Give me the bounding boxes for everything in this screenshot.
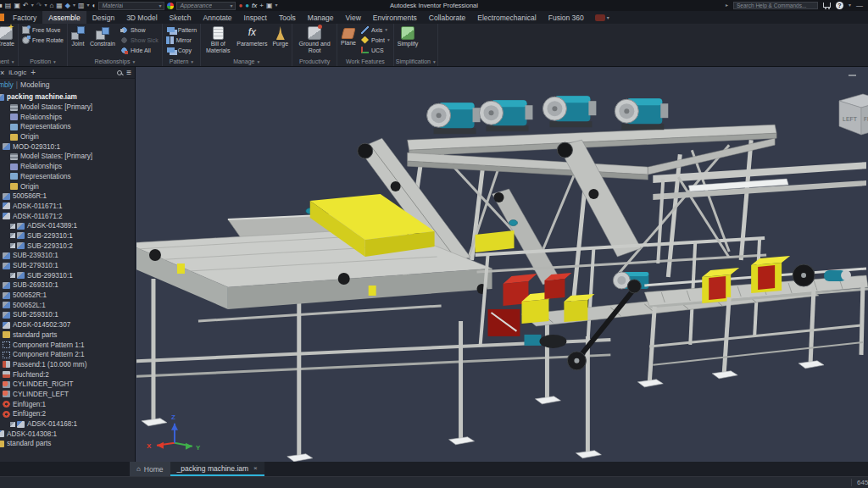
tree-item[interactable]: Component Pattern 2:1 <box>0 350 135 360</box>
app-icon[interactable] <box>0 2 3 9</box>
tree-item[interactable]: ADSK-014389:1 <box>0 221 135 231</box>
ribbon-tab[interactable]: Collaborate <box>423 11 471 24</box>
component-settings-icon[interactable] <box>92 2 97 9</box>
tree-item[interactable]: Passend:1 (10.000 mm) <box>0 360 135 370</box>
mirror-button[interactable]: Mirror <box>164 35 199 45</box>
tree-item[interactable]: Einfügen:1 <box>0 399 135 409</box>
axis-button[interactable]: Axis ▾ <box>359 25 392 35</box>
parameter-table-icon[interactable] <box>78 2 85 9</box>
ribbon-tab[interactable]: View <box>340 11 367 24</box>
tree-item[interactable]: SUB-279310:1 <box>0 261 135 271</box>
hide-all-button[interactable]: Hide All <box>119 45 160 55</box>
ribbon-tab[interactable]: Assemble <box>42 11 86 24</box>
group-label-pattern[interactable]: Pattern▾ <box>164 57 199 66</box>
ribbon-tab[interactable]: 3D Model <box>120 11 163 24</box>
group-label-manage[interactable]: Manage▾ <box>203 57 290 66</box>
menu-icon[interactable]: ≡ <box>126 68 131 77</box>
free-rotate-button[interactable]: Free Rotate <box>20 35 65 45</box>
ribbon-tab[interactable]: Factory <box>7 11 42 24</box>
tree-item[interactable]: CYLINDER_LEFT <box>0 390 135 400</box>
constrain-button[interactable]: Constrain <box>88 25 117 47</box>
group-label-component[interactable]: Component▾ <box>0 57 16 66</box>
adjust-teal-icon[interactable] <box>245 2 249 9</box>
create-button[interactable]: Create <box>0 25 16 47</box>
plane-button[interactable]: Plane <box>339 25 358 47</box>
tree-item[interactable]: SUB-259310:1 <box>0 310 135 320</box>
free-move-button[interactable]: Free Move <box>20 25 65 35</box>
plus-icon[interactable] <box>259 2 264 9</box>
minimize-icon[interactable] <box>856 2 863 9</box>
tree-item[interactable]: Einfügen:2 <box>0 409 135 419</box>
tree-item[interactable]: SUB-299310:1 <box>0 270 135 280</box>
group-label-position[interactable]: Position▾ <box>20 57 65 66</box>
search-icon[interactable] <box>117 70 122 75</box>
tree-item[interactable]: ADSK-011671:1 <box>0 202 135 212</box>
screencast-button[interactable]: ▾ <box>595 11 609 24</box>
tree-item[interactable]: standard parts <box>0 330 135 341</box>
material-select[interactable]: Material ▾ <box>98 2 164 10</box>
pane-tab-label[interactable]: iLogic <box>8 69 26 76</box>
view-cube[interactable]: LEFT FRONT <box>834 89 868 143</box>
tree-item[interactable]: 500586R:1 <box>0 191 135 202</box>
add-pane-icon[interactable]: + <box>31 68 36 77</box>
joint-button[interactable]: Joint <box>70 25 86 47</box>
copy-button[interactable]: Copy <box>164 45 199 55</box>
open-icon[interactable] <box>5 2 12 9</box>
save-icon[interactable] <box>14 2 20 9</box>
ground-root-button[interactable]: Ground and Root <box>294 25 335 53</box>
mode-modeling-link[interactable]: Modeling <box>20 80 50 89</box>
tree-item[interactable]: Origin <box>0 132 135 142</box>
sketch-view-icon[interactable] <box>56 2 63 9</box>
tree-item[interactable]: Relationships <box>0 162 135 172</box>
adjust-red-icon[interactable] <box>238 2 242 9</box>
tree-item[interactable]: Component Pattern 1:1 <box>0 340 135 350</box>
home-tab[interactable]: ⌂ Home <box>130 462 170 476</box>
tree-item[interactable]: MOD-029310:1 <box>0 141 135 152</box>
tree-item[interactable]: SUB-269310:1 <box>0 280 135 291</box>
tree-item[interactable]: ADSK-011671:2 <box>0 211 135 221</box>
tree-item[interactable]: CYLINDER_RIGHT <box>0 380 135 390</box>
group-label-simplification[interactable]: Simplification▾ <box>396 57 436 66</box>
ribbon-tab[interactable]: Tools <box>273 11 302 24</box>
point-button[interactable]: Point ▾ <box>359 35 392 45</box>
qat-caret-icon[interactable] <box>275 2 278 9</box>
tree-item[interactable]: ADSK-014168:1 <box>0 419 135 430</box>
tree-item[interactable]: Model States: [Primary] <box>0 103 135 113</box>
pattern-button[interactable]: Pattern <box>164 25 199 35</box>
mode-assembly-link[interactable]: Assembly <box>0 80 14 89</box>
tree-item[interactable]: SUB-239310:1 <box>0 251 135 261</box>
tree-item[interactable]: 500652L:1 <box>0 300 135 310</box>
graphics-viewport[interactable]: X Y Z LEFT FRONT <box>136 67 868 462</box>
tree-item[interactable]: Representations <box>0 122 135 132</box>
help-icon[interactable]: ? <box>836 2 843 9</box>
parameters-button[interactable]: Parameters <box>235 25 269 47</box>
color-wheel-icon[interactable] <box>167 3 174 9</box>
tree-item[interactable]: Origin <box>0 181 135 191</box>
close-pane-icon[interactable]: × <box>0 69 4 77</box>
ribbon-tab[interactable]: Design <box>86 11 120 24</box>
table-caret-icon[interactable] <box>87 2 90 9</box>
tree-item[interactable]: Representations <box>0 172 135 182</box>
ucs-button[interactable]: UCS <box>359 45 392 55</box>
tree-item[interactable]: 500652R:1 <box>0 291 135 301</box>
ribbon-tab[interactable]: Electromechanical <box>471 11 542 24</box>
navbar-dash-icon[interactable] <box>849 75 856 76</box>
tree-item[interactable]: Fluchtend:2 <box>0 369 135 380</box>
group-label-work-features[interactable]: Work Features <box>339 57 392 66</box>
group-label-relationships[interactable]: Relationships▾ <box>70 57 160 66</box>
ribbon-tab[interactable]: Sketch <box>164 11 198 24</box>
search-flyout-icon[interactable] <box>726 2 728 9</box>
help-search-input[interactable] <box>733 2 818 9</box>
undo-caret-icon[interactable] <box>31 2 34 9</box>
capture-icon[interactable] <box>266 2 273 9</box>
tree-item[interactable]: SUB-229310:1 <box>0 231 135 241</box>
undo-icon[interactable] <box>23 2 29 9</box>
help-caret-icon[interactable] <box>849 2 851 9</box>
measure-caret-icon[interactable] <box>73 2 75 9</box>
ribbon-tab[interactable]: Annotate <box>198 11 238 24</box>
tree-item[interactable]: Model States: [Primary] <box>0 152 135 162</box>
group-label-productivity[interactable]: Productivity <box>294 57 335 66</box>
store-cart-icon[interactable] <box>823 3 831 8</box>
ribbon-tab[interactable]: Fusion 360 <box>542 11 590 24</box>
purge-button[interactable]: Purge <box>270 25 290 47</box>
